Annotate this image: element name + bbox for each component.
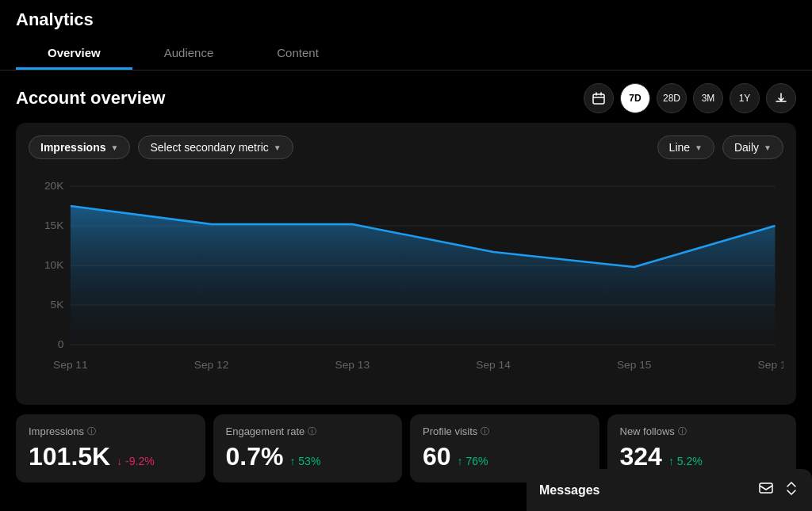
svg-text:15K: 15K bbox=[44, 219, 64, 231]
chart-controls: Impressions ▼ Select secondary metric ▼ … bbox=[29, 135, 783, 159]
svg-text:Sep 12: Sep 12 bbox=[194, 359, 229, 371]
metric-change-impressions: ↓ -9.2% bbox=[117, 455, 154, 467]
metric-change-profile-visits: ↑ 76% bbox=[458, 455, 488, 467]
7d-button[interactable]: 7D bbox=[620, 83, 650, 113]
main-content: Account overview 7D 28D 3M 1Y bbox=[0, 71, 812, 495]
svg-marker-11 bbox=[71, 206, 776, 345]
svg-rect-18 bbox=[760, 483, 772, 493]
metric-value-impressions: 101.5K ↓ -9.2% bbox=[29, 442, 193, 471]
download-button[interactable] bbox=[766, 83, 796, 113]
info-icon: ⓘ bbox=[308, 425, 316, 437]
expand-messages-icon[interactable] bbox=[783, 480, 799, 500]
metric-card-engagement: Engagement rate ⓘ 0.7% ↑ 53% bbox=[213, 414, 403, 482]
metric-change-engagement: ↑ 53% bbox=[289, 455, 320, 467]
1y-button[interactable]: 1Y bbox=[730, 83, 760, 113]
svg-text:Sep 14: Sep 14 bbox=[476, 359, 511, 371]
section-title: Account overview bbox=[16, 88, 165, 109]
info-icon: ⓘ bbox=[87, 425, 96, 437]
metric-change-new-follows: ↑ 5.2% bbox=[668, 455, 703, 467]
svg-text:10K: 10K bbox=[44, 259, 64, 271]
compose-message-icon[interactable] bbox=[758, 480, 774, 500]
3m-button[interactable]: 3M bbox=[693, 83, 723, 113]
svg-text:5K: 5K bbox=[51, 299, 64, 311]
chevron-down-icon: ▼ bbox=[274, 143, 282, 152]
svg-text:0: 0 bbox=[58, 338, 64, 350]
metric-label-profile-visits: Profile visits ⓘ bbox=[423, 425, 587, 437]
info-icon: ⓘ bbox=[481, 425, 489, 437]
metric-value-profile-visits: 60 ↑ 76% bbox=[423, 442, 587, 471]
chart-interval-dropdown[interactable]: Daily ▼ bbox=[722, 135, 783, 159]
messages-icons bbox=[758, 480, 799, 500]
app-title: Analytics bbox=[16, 10, 796, 30]
chevron-down-icon: ▼ bbox=[695, 143, 703, 152]
chart-controls-left: Impressions ▼ Select secondary metric ▼ bbox=[29, 135, 293, 159]
tab-audience[interactable]: Audience bbox=[132, 38, 246, 70]
metric-card-impressions: Impressions ⓘ 101.5K ↓ -9.2% bbox=[16, 414, 205, 482]
metric-label-impressions: Impressions ⓘ bbox=[29, 425, 193, 437]
calendar-button[interactable] bbox=[584, 83, 614, 113]
tab-content[interactable]: Content bbox=[245, 38, 350, 70]
svg-text:Sep 13: Sep 13 bbox=[335, 359, 370, 371]
tab-overview[interactable]: Overview bbox=[16, 38, 132, 70]
chart-type-dropdown[interactable]: Line ▼ bbox=[657, 135, 714, 159]
svg-text:20K: 20K bbox=[44, 180, 64, 192]
messages-title: Messages bbox=[539, 483, 600, 498]
chevron-down-icon: ▼ bbox=[110, 143, 118, 152]
metric-secondary-dropdown[interactable]: Select secondary metric ▼ bbox=[138, 135, 293, 159]
tabs: Overview Audience Content bbox=[16, 38, 796, 70]
chart-container: Impressions ▼ Select secondary metric ▼ … bbox=[16, 123, 796, 405]
metric-label-new-follows: New follows ⓘ bbox=[620, 425, 784, 437]
svg-text:Sep 15: Sep 15 bbox=[617, 359, 652, 371]
28d-button[interactable]: 28D bbox=[657, 83, 687, 113]
chevron-down-icon: ▼ bbox=[764, 143, 772, 152]
svg-text:Sep 16: Sep 16 bbox=[758, 359, 783, 371]
info-icon: ⓘ bbox=[678, 425, 687, 437]
metric-label-engagement: Engagement rate ⓘ bbox=[226, 425, 390, 437]
svg-rect-0 bbox=[593, 94, 604, 104]
metric-value-new-follows: 324 ↑ 5.2% bbox=[620, 442, 784, 471]
chart-controls-right: Line ▼ Daily ▼ bbox=[657, 135, 783, 159]
metric-value-engagement: 0.7% ↑ 53% bbox=[226, 442, 390, 471]
time-filters: 7D 28D 3M 1Y bbox=[584, 83, 796, 113]
header: Analytics Overview Audience Content bbox=[0, 0, 812, 71]
chart-area: 20K 15K 10K 5K 0 Sep 11 Sep 12 Sep 13 Se… bbox=[29, 170, 783, 392]
metric-primary-dropdown[interactable]: Impressions ▼ bbox=[29, 135, 130, 159]
account-overview-row: Account overview 7D 28D 3M 1Y bbox=[16, 83, 796, 113]
messages-panel: Messages bbox=[527, 469, 812, 511]
svg-text:Sep 11: Sep 11 bbox=[53, 359, 88, 371]
